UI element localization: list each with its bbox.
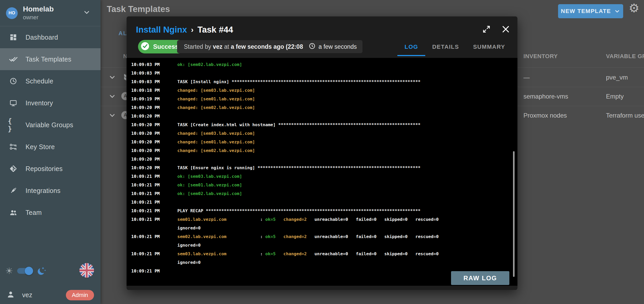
sidebar-item-team[interactable]: Team bbox=[0, 202, 101, 223]
log-output: 10:09:03 PMok: [sem02.lab.vezpi.com]10:0… bbox=[127, 58, 517, 286]
row-expand-chevron[interactable] bbox=[108, 92, 116, 101]
sidebar-item-repositories[interactable]: Repositories bbox=[0, 158, 101, 180]
sidebar-item-label: Integrations bbox=[26, 187, 60, 194]
sidebar-item-task-templates[interactable]: Task Templates bbox=[0, 48, 101, 70]
git-icon bbox=[8, 165, 19, 173]
sidebar-item-key-store[interactable]: Key Store bbox=[0, 136, 101, 158]
log-timestamp: 10:09:21 PM bbox=[131, 198, 177, 206]
log-line: ignored=0 bbox=[131, 224, 517, 232]
user-row[interactable]: vez Admin bbox=[0, 286, 101, 303]
expand-icon bbox=[482, 25, 491, 34]
log-line: 10:09:20 PMTASK [Create index.html with … bbox=[131, 120, 517, 129]
cell-inventory: Proxmox nodes bbox=[523, 112, 567, 119]
sidebar-item-dashboard[interactable]: Dashboard bbox=[0, 26, 101, 48]
sidebar-item-label: Inventory bbox=[26, 99, 53, 107]
tab-details[interactable]: DETAILS bbox=[425, 38, 466, 56]
sidebar: HO Homelab owner Dashboard Task Template… bbox=[0, 0, 101, 304]
log-timestamp: 10:09:20 PM bbox=[131, 129, 177, 138]
log-timestamp: 10:09:21 PM bbox=[131, 172, 177, 181]
close-icon bbox=[501, 25, 510, 34]
dashboard-icon bbox=[8, 33, 19, 41]
cell-variable-groups: Empty bbox=[606, 93, 624, 100]
log-line: 10:09:21 PMok: [sem01.lab.vezpi.com] bbox=[131, 181, 517, 189]
user-name: vez bbox=[22, 291, 32, 299]
row-expand-chevron[interactable] bbox=[108, 73, 116, 82]
workspace-role: owner bbox=[23, 14, 54, 21]
log-line: 10:09:20 PMchanged: [sem02.lab.vezpi.com… bbox=[131, 146, 517, 155]
task-modal: Install Nginx › Task #44 Success Started… bbox=[127, 16, 517, 290]
sidebar-item-label: Repositories bbox=[26, 165, 63, 173]
person-icon bbox=[7, 290, 15, 300]
modal-breadcrumb: Install Nginx › Task #44 bbox=[136, 25, 233, 35]
log-timestamp: 10:09:21 PM bbox=[131, 206, 177, 215]
close-button[interactable] bbox=[500, 23, 511, 35]
log-timestamp: 10:09:03 PM bbox=[131, 60, 177, 69]
log-message: sem03.lab.vezpi.com : ok=5 changed=2 unr… bbox=[177, 250, 439, 258]
check-all-icon bbox=[8, 55, 19, 63]
clock-icon bbox=[309, 42, 316, 51]
dark-mode-toggle[interactable] bbox=[17, 268, 32, 274]
log-line: 10:09:20 PMTASK [Ensure nginx is running… bbox=[131, 163, 517, 172]
log-line: 10:09:21 PMsem01.lab.vezpi.com : ok=5 ch… bbox=[131, 215, 517, 224]
sidebar-item-label: Team bbox=[26, 209, 42, 216]
sidebar-item-schedule[interactable]: Schedule bbox=[0, 70, 101, 92]
raw-log-button[interactable]: RAW LOG bbox=[451, 271, 509, 285]
new-template-button[interactable]: NEW TEMPLATE bbox=[558, 4, 623, 18]
row-expand-chevron[interactable] bbox=[108, 111, 116, 120]
log-line: 10:09:21 PMPLAY RECAP ******************… bbox=[131, 206, 517, 215]
sidebar-menu: Dashboard Task Templates Schedule Invent… bbox=[0, 26, 101, 223]
sidebar-item-integrations[interactable]: Integrations bbox=[0, 180, 101, 202]
log-message: ok: [sem03.lab.vezpi.com] bbox=[177, 172, 242, 181]
started-info-chip: Started by vez at a few seconds ago (22:… bbox=[177, 40, 312, 53]
log-timestamp: 10:09:20 PM bbox=[131, 155, 177, 163]
duration-label: a few seconds bbox=[318, 43, 357, 50]
log-message: ok: [sem02.lab.vezpi.com] bbox=[177, 189, 242, 198]
sidebar-item-inventory[interactable]: Inventory bbox=[0, 92, 101, 114]
log-timestamp: 10:09:21 PM bbox=[131, 232, 177, 241]
cell-variable-groups: Terraform user for Proxm bbox=[606, 112, 644, 119]
log-message: TASK [Create index.html with hostname] *… bbox=[177, 120, 421, 129]
log-timestamp bbox=[131, 258, 177, 267]
log-line: 10:09:21 PMok: [sem03.lab.vezpi.com] bbox=[131, 172, 517, 181]
breadcrumb-task: Task #44 bbox=[197, 25, 233, 35]
log-timestamp: 10:09:18 PM bbox=[131, 86, 177, 95]
log-line: ignored=0 bbox=[131, 258, 517, 267]
workspace-switcher[interactable]: HO Homelab owner bbox=[0, 0, 101, 26]
log-scrollbar[interactable] bbox=[513, 151, 515, 277]
sidebar-item-label: Schedule bbox=[26, 77, 53, 85]
modal-tabs: LOG DETAILS SUMMARY bbox=[397, 38, 512, 56]
log-message: PLAY RECAP *****************************… bbox=[177, 206, 421, 215]
log-line: 10:09:21 PMsem02.lab.vezpi.com : ok=5 ch… bbox=[131, 232, 517, 241]
clock-icon bbox=[8, 77, 19, 85]
log-line: 10:09:03 PM bbox=[131, 69, 517, 77]
log-message: ignored=0 bbox=[177, 258, 201, 267]
sidebar-item-label: Dashboard bbox=[26, 34, 58, 41]
app-screen: HO Homelab owner Dashboard Task Template… bbox=[0, 0, 644, 304]
log-line: 10:09:20 PMchanged: [sem03.lab.vezpi.com… bbox=[131, 129, 517, 138]
workspace-names: Homelab owner bbox=[23, 5, 54, 21]
started-text: Started by vez at a few seconds ago (22:… bbox=[184, 43, 305, 50]
chevron-down-icon bbox=[614, 8, 620, 14]
breadcrumb-template-link[interactable]: Install Nginx bbox=[136, 25, 187, 35]
log-timestamp: 10:09:03 PM bbox=[131, 77, 177, 86]
workspace-avatar: HO bbox=[6, 7, 18, 19]
page-title: Task Templates bbox=[107, 4, 170, 14]
sun-icon: ☀ bbox=[5, 266, 13, 275]
tab-log[interactable]: LOG bbox=[397, 38, 425, 56]
language-flag-uk[interactable] bbox=[79, 263, 94, 278]
monitor-icon bbox=[8, 99, 19, 107]
sidebar-item-variable-groups[interactable]: { } Variable Groups bbox=[0, 114, 101, 136]
log-timestamp: 10:09:03 PM bbox=[131, 69, 177, 77]
log-line: 10:09:03 PMTASK [Install nginx] ********… bbox=[131, 77, 517, 86]
log-timestamp: 10:09:19 PM bbox=[131, 95, 177, 103]
new-template-label: NEW TEMPLATE bbox=[561, 8, 611, 15]
gear-icon[interactable]: ⚙ bbox=[629, 2, 639, 14]
sidebar-item-label: Variable Groups bbox=[26, 121, 73, 129]
tab-summary[interactable]: SUMMARY bbox=[466, 38, 512, 56]
log-line: 10:09:21 PMok: [sem02.lab.vezpi.com] bbox=[131, 189, 517, 198]
log-message: sem01.lab.vezpi.com : ok=5 changed=2 unr… bbox=[177, 215, 439, 224]
log-lines: 10:09:03 PMok: [sem02.lab.vezpi.com]10:0… bbox=[131, 60, 517, 275]
log-line: 10:09:20 PM bbox=[131, 112, 517, 120]
log-line: 10:09:20 PMchanged: [sem02.lab.vezpi.com… bbox=[131, 103, 517, 112]
expand-button[interactable] bbox=[481, 23, 492, 35]
